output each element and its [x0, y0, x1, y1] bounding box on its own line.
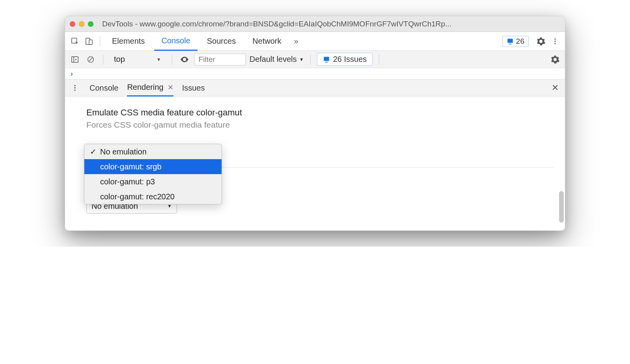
device-toggle-icon[interactable] — [83, 35, 95, 47]
tab-elements[interactable]: Elements — [105, 32, 152, 51]
tab-sources[interactable]: Sources — [200, 32, 243, 51]
drawer-tab-issues[interactable]: Issues — [182, 79, 205, 97]
section-subtitle: Forces CSS color-gamut media feature — [86, 120, 554, 130]
traffic-lights — [70, 21, 93, 27]
drawer-kebab-icon[interactable] — [69, 82, 81, 94]
sidebar-toggle-icon[interactable] — [69, 54, 81, 65]
kebab-menu-icon[interactable] — [549, 35, 561, 47]
filter-input[interactable] — [194, 54, 246, 65]
issues-count: 26 — [516, 37, 524, 46]
console-toolbar: top ▼ Default levels ▼ 26 Issues — [65, 51, 565, 68]
console-prompt-row[interactable]: › — [65, 68, 565, 79]
tab-network[interactable]: Network — [245, 32, 288, 51]
divider — [100, 36, 100, 46]
devtools-window: DevTools - www.google.com/chrome/?brand=… — [65, 16, 565, 231]
svg-point-4 — [554, 38, 555, 39]
drawer-tab-console[interactable]: Console — [89, 79, 118, 97]
settings-gear-icon[interactable] — [535, 35, 547, 47]
prompt-icon: › — [71, 70, 73, 78]
close-drawer-icon[interactable]: ✕ — [549, 82, 561, 94]
chevron-down-icon: ▼ — [299, 57, 304, 62]
tab-console[interactable]: Console — [154, 32, 197, 51]
svg-rect-2 — [89, 40, 92, 45]
svg-rect-7 — [72, 56, 78, 62]
issues-button[interactable]: 26 Issues — [317, 53, 373, 66]
window-title: DevTools - www.google.com/chrome/?brand=… — [102, 20, 451, 28]
divider — [379, 54, 379, 65]
option-label: No emulation — [100, 147, 147, 156]
live-expression-eye-icon[interactable] — [179, 54, 190, 65]
titlebar: DevTools - www.google.com/chrome/?brand=… — [65, 16, 565, 32]
svg-point-6 — [554, 43, 555, 44]
tabs-overflow-button[interactable]: » — [291, 32, 302, 51]
zoom-window-button[interactable] — [88, 21, 93, 27]
close-tab-icon[interactable]: ✕ — [168, 83, 173, 92]
console-settings-gear-icon[interactable] — [549, 54, 561, 65]
dropdown-option-rec2020[interactable]: color-gamut: rec2020 — [84, 189, 222, 204]
context-label: top — [114, 55, 125, 64]
option-label: color-gamut: rec2020 — [100, 192, 175, 201]
svg-point-5 — [554, 41, 555, 42]
divider — [103, 54, 103, 65]
check-icon: ✓ — [90, 147, 96, 156]
svg-point-11 — [74, 87, 75, 88]
svg-point-12 — [74, 89, 75, 91]
log-levels-selector[interactable]: Default levels ▼ — [250, 55, 304, 64]
rendering-panel: Emulate CSS media feature color-gamut Fo… — [65, 97, 565, 230]
dropdown-option-p3[interactable]: color-gamut: p3 — [84, 174, 222, 189]
divider — [310, 54, 311, 65]
scrollbar-thumb[interactable] — [559, 191, 564, 223]
dropdown-option-no-emulation[interactable]: ✓ No emulation — [84, 144, 222, 159]
dropdown-option-srgb[interactable]: color-gamut: srgb — [84, 159, 222, 174]
option-label: color-gamut: p3 — [100, 177, 155, 186]
clear-console-icon[interactable] — [85, 54, 97, 65]
svg-rect-3 — [507, 39, 513, 43]
issues-chip[interactable]: 26 — [502, 36, 529, 47]
drawer-tab-label: Rendering — [127, 83, 163, 92]
drawer-tabbar: Console Rendering ✕ Issues ✕ — [65, 79, 565, 97]
svg-point-10 — [74, 85, 75, 86]
divider — [172, 54, 172, 65]
minimize-window-button[interactable] — [79, 21, 84, 27]
inspect-element-icon[interactable] — [69, 35, 81, 47]
context-selector[interactable]: top ▼ — [110, 53, 166, 66]
section-title: Emulate CSS media feature color-gamut — [86, 108, 554, 118]
color-gamut-dropdown: ✓ No emulation color-gamut: srgb color-g… — [84, 144, 222, 204]
svg-rect-9 — [324, 57, 329, 61]
issues-label: 26 Issues — [333, 55, 367, 64]
drawer-tab-rendering[interactable]: Rendering ✕ — [127, 79, 173, 97]
main-tabbar: Elements Console Sources Network » 26 — [65, 32, 565, 51]
close-window-button[interactable] — [70, 21, 75, 27]
levels-label: Default levels — [250, 55, 297, 64]
chevron-down-icon: ▼ — [157, 57, 161, 62]
option-label: color-gamut: srgb — [100, 162, 162, 171]
